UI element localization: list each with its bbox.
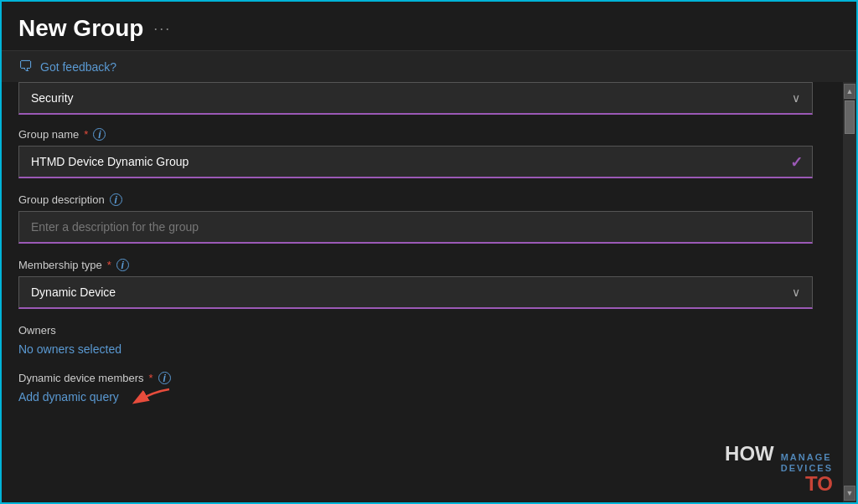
dynamic-members-required: *: [149, 372, 153, 384]
dynamic-members-label-row: Dynamic device members * i: [18, 372, 813, 384]
watermark-manage: MANAGE: [781, 452, 832, 463]
group-description-input[interactable]: [18, 211, 813, 244]
group-type-dropdown[interactable]: Security ∨: [18, 82, 813, 115]
group-description-label-row: Group description i: [18, 193, 813, 206]
group-name-info-icon[interactable]: i: [93, 128, 106, 141]
group-description-label: Group description: [18, 193, 105, 206]
dynamic-members-section: Dynamic device members * i Add dynamic q…: [18, 372, 813, 404]
scrollbar-up-btn[interactable]: ▲: [844, 84, 855, 99]
membership-type-label: Membership type: [18, 259, 102, 271]
feedback-bar: 🗨 Got feedback?: [2, 51, 856, 82]
dynamic-members-label: Dynamic device members: [18, 372, 144, 384]
group-description-info-icon[interactable]: i: [110, 193, 122, 206]
group-description-section: Group description i: [18, 193, 813, 244]
page-container: New Group ··· 🗨 Got feedback? Security ∨…: [2, 2, 856, 502]
page-title: New Group: [18, 15, 143, 42]
feedback-text[interactable]: Got feedback?: [40, 60, 116, 74]
scrollbar-down-btn[interactable]: ▼: [844, 486, 855, 501]
membership-type-dropdown[interactable]: Dynamic Device ∨: [18, 276, 813, 309]
membership-type-required: *: [107, 259, 111, 271]
header: New Group ···: [2, 2, 856, 51]
scrollbar-thumb[interactable]: [845, 100, 855, 134]
membership-type-value: Dynamic Device: [31, 285, 116, 299]
group-name-input-wrapper: ✓: [18, 146, 813, 178]
add-dynamic-query-link[interactable]: Add dynamic query: [18, 390, 119, 404]
dynamic-members-info-icon[interactable]: i: [158, 372, 171, 384]
scrollbar-thumb-area: [844, 99, 855, 486]
owners-section: Owners No owners selected: [18, 324, 813, 357]
group-name-required: *: [84, 128, 88, 141]
group-name-label-row: Group name * i: [18, 128, 813, 141]
owners-label: Owners: [18, 324, 813, 337]
red-arrow-indicator: [119, 385, 178, 414]
membership-type-label-row: Membership type * i: [18, 259, 813, 271]
membership-type-section: Membership type * i Dynamic Device ∨: [18, 259, 813, 309]
feedback-icon: 🗨: [18, 58, 34, 75]
watermark: HOW MANAGE DEVICES TO: [725, 444, 833, 494]
group-name-check-icon: ✓: [790, 153, 803, 172]
group-type-value: Security: [31, 91, 74, 105]
main-content: Security ∨ Group name * i ✓ Group descri…: [2, 82, 856, 502]
more-options-icon[interactable]: ···: [153, 20, 171, 38]
no-owners-link[interactable]: No owners selected: [18, 342, 121, 356]
watermark-how: HOW: [725, 444, 774, 464]
group-name-input[interactable]: [18, 146, 813, 178]
membership-type-chevron: ∨: [792, 285, 800, 299]
watermark-to: TO: [805, 474, 833, 494]
scrollbar[interactable]: ▲ ▼: [843, 82, 856, 502]
group-type-chevron: ∨: [792, 91, 800, 105]
membership-type-info-icon[interactable]: i: [116, 259, 129, 271]
form-area: Security ∨ Group name * i ✓ Group descri…: [2, 82, 830, 502]
group-name-section: Group name * i ✓: [18, 128, 813, 178]
group-name-label: Group name: [18, 128, 79, 141]
